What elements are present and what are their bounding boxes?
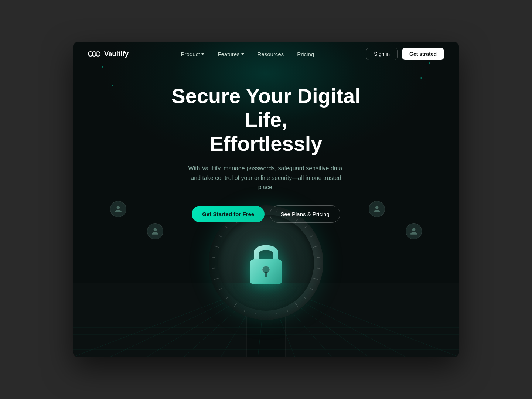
hero-buttons: Get Started for Free See Plans & Pricing	[192, 205, 340, 223]
nav-links: Product Features Resources Pricing	[181, 51, 314, 57]
logo-ring-3	[95, 51, 100, 57]
svg-line-6	[313, 246, 317, 248]
user-avatar-1	[110, 201, 126, 217]
logo-text: Vaultify	[104, 50, 129, 58]
svg-line-8	[317, 268, 320, 269]
user-avatar-2	[147, 223, 163, 239]
logo-icon	[88, 51, 100, 57]
chevron-down-icon	[241, 53, 244, 55]
hero-section: Secure Your Digital Life, Effortlessly W…	[73, 66, 459, 223]
svg-line-7	[317, 257, 320, 258]
user-avatar-4	[406, 223, 422, 239]
svg-rect-32	[265, 272, 267, 277]
user-avatar-3	[369, 201, 385, 217]
logo[interactable]: Vaultify	[88, 50, 129, 58]
nav-pricing[interactable]: Pricing	[297, 51, 314, 57]
svg-line-22	[212, 268, 215, 269]
svg-line-24	[214, 246, 219, 248]
svg-line-23	[212, 257, 215, 258]
svg-line-5	[310, 236, 313, 237]
hero-subtitle: With Vaultify, manage passwords, safegua…	[185, 164, 347, 192]
svg-line-25	[219, 236, 222, 237]
hero-title: Secure Your Digital Life, Effortlessly	[155, 84, 377, 156]
get-started-button[interactable]: Get Started for Free	[192, 206, 265, 222]
nav-features[interactable]: Features	[218, 51, 244, 57]
svg-line-9	[313, 278, 317, 279]
navbar: Vaultify Product Features Resources Pric…	[73, 42, 459, 66]
signin-button[interactable]: Sign in	[366, 48, 398, 60]
svg-line-26	[226, 226, 228, 228]
browser-window: Vaultify Product Features Resources Pric…	[73, 42, 459, 357]
svg-line-21	[214, 278, 219, 279]
nav-product[interactable]: Product	[181, 51, 205, 57]
chevron-down-icon	[201, 53, 204, 55]
getstarted-nav-button[interactable]: Get strated	[402, 48, 444, 60]
nav-actions: Sign in Get strated	[366, 48, 444, 60]
nav-resources[interactable]: Resources	[258, 51, 284, 57]
svg-line-4	[304, 226, 306, 228]
lock-icon-wrap	[244, 239, 288, 287]
see-plans-button[interactable]: See Plans & Pricing	[270, 205, 340, 223]
lock-reflection	[214, 283, 318, 327]
